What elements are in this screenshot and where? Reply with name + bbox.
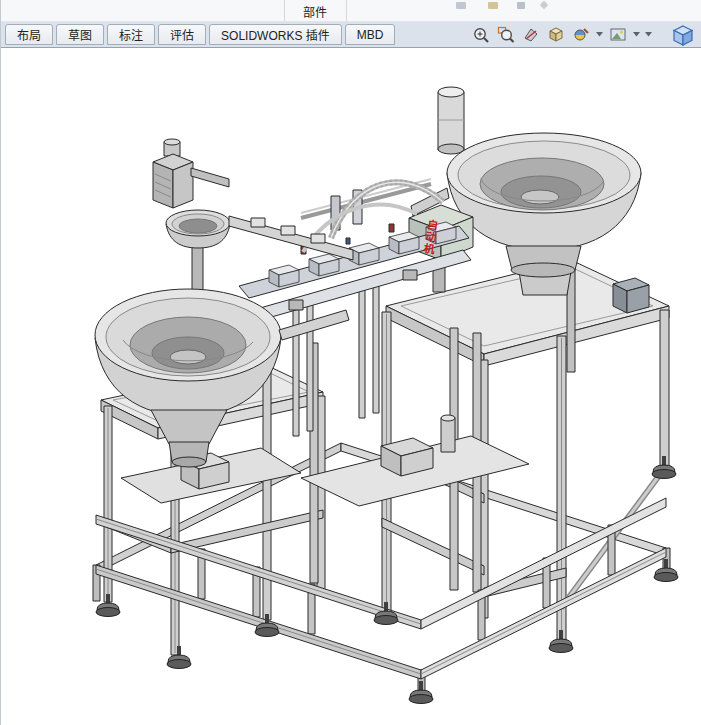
tab-annotation[interactable]: 标注 bbox=[107, 24, 155, 45]
tab-layout[interactable]: 布局 bbox=[5, 24, 53, 45]
tab-evaluate[interactable]: 评估 bbox=[158, 24, 206, 45]
zoom-to-fit-icon[interactable] bbox=[471, 25, 491, 45]
ribbon-partial: 部件 bbox=[1, 0, 701, 22]
machine-model[interactable] bbox=[1, 48, 701, 725]
command-manager-tab-bar: 布局 草图 标注 评估 SOLIDWORKS 插件 MBD bbox=[1, 22, 701, 48]
view-orientation-icon[interactable] bbox=[546, 25, 566, 45]
ribbon-group-assembly-label[interactable]: 部件 bbox=[289, 3, 341, 20]
heads-up-toolbar bbox=[471, 23, 697, 47]
graphics-area[interactable]: 自动机 bbox=[1, 48, 701, 725]
ribbon-icon-fragment bbox=[456, 2, 466, 9]
center-supports bbox=[301, 328, 529, 592]
tab-sketch[interactable]: 草图 bbox=[56, 24, 104, 45]
ribbon-icon-fragment bbox=[517, 2, 525, 9]
tab-mbd[interactable]: MBD bbox=[345, 24, 396, 45]
solidworks-window: 部件 布局 草图 标注 评估 SOLIDWORKS 插件 MBD bbox=[0, 0, 701, 725]
ribbon-icon-fragment bbox=[488, 2, 498, 9]
zoom-area-icon[interactable] bbox=[496, 25, 516, 45]
scene-dropdown-caret-icon[interactable] bbox=[633, 25, 640, 45]
apply-scene-icon[interactable] bbox=[608, 25, 628, 45]
pneumatic-cylinder bbox=[438, 87, 464, 154]
ribbon-icon-fragment bbox=[540, 1, 548, 9]
appearance-dropdown-caret-icon[interactable] bbox=[596, 25, 603, 45]
view-settings-caret-icon[interactable] bbox=[645, 25, 652, 45]
ribbon-separator bbox=[346, 0, 347, 21]
tab-solidworks-addins[interactable]: SOLIDWORKS 插件 bbox=[209, 24, 342, 45]
edit-appearance-icon[interactable] bbox=[571, 25, 591, 45]
ribbon-separator bbox=[284, 0, 285, 21]
assembly-cube-icon[interactable] bbox=[671, 23, 695, 47]
section-view-icon[interactable] bbox=[521, 25, 541, 45]
control-panel bbox=[613, 278, 649, 313]
